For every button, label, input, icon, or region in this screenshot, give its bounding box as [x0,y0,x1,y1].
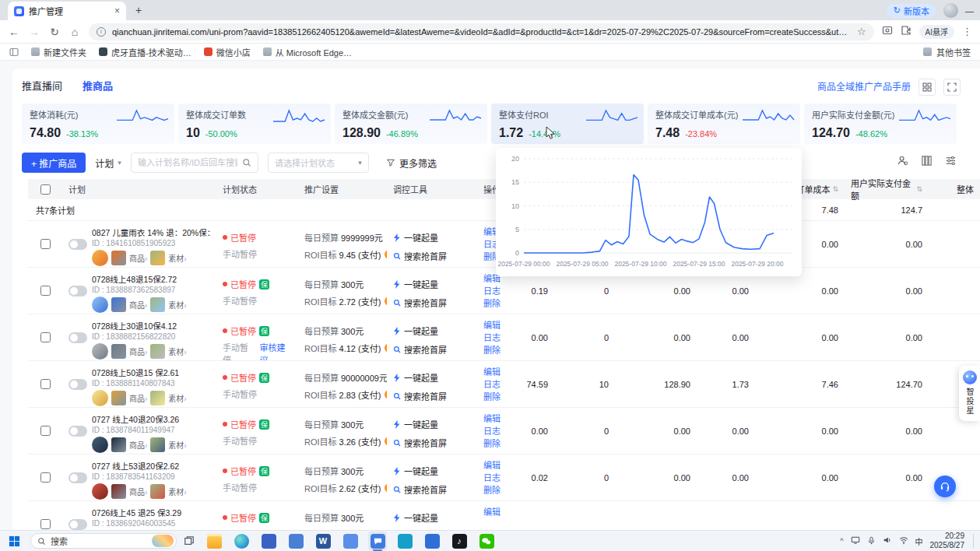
customer-service-button[interactable] [934,476,956,497]
taskbar-app-chat-app[interactable] [368,532,387,550]
plan-toggle[interactable] [68,239,87,250]
task-view-button[interactable] [184,535,195,546]
plan-status-select[interactable]: 请选择计划状态▾ [268,153,369,173]
metric-card[interactable]: 整体成交订单成本(元)7.48-23.84% [648,104,800,144]
action-link[interactable]: 编辑 [483,412,505,425]
action-link[interactable]: 删除 [483,391,505,403]
browser-profile-avatar[interactable] [943,3,958,18]
column-header-label[interactable]: 整体 [957,183,974,195]
plan-toggle[interactable] [68,519,87,530]
plan-toggle[interactable] [68,472,87,483]
action-link[interactable]: 删除 [483,344,505,356]
row-checkbox[interactable] [40,472,51,483]
action-link[interactable]: 日志 [483,472,505,484]
plan-name[interactable]: 0728线上30退10保4.12 [92,320,187,332]
metric-card[interactable]: 整体消耗(元)74.80-38.13% [22,104,174,144]
action-link[interactable]: 编辑 [483,319,505,332]
screenshot-icon[interactable] [882,25,893,38]
action-link[interactable]: 编辑 [483,459,505,472]
forward-icon[interactable]: → [28,26,40,38]
taskbar-search[interactable]: 搜索 [30,533,177,549]
page-tab-products[interactable]: 推商品 [83,78,113,93]
bookmark-item[interactable]: 虎牙直播-技术驱动… [99,46,191,58]
action-link[interactable]: 日志 [483,378,505,391]
plan-name[interactable]: 0727 线上40退20保3.26 [92,413,187,425]
row-checkbox[interactable] [40,426,51,436]
material-link[interactable]: 素材› [168,486,186,497]
add-promotion-button[interactable]: + 推广商品 [22,153,86,173]
sort-icon[interactable]: ⇅ [832,185,838,193]
new-version-pill[interactable]: ↻新版本 [887,4,936,18]
taskbar-app-blue-app-3[interactable] [341,532,360,550]
taskbar-clock[interactable]: 20:29 2025/8/27 [930,532,965,550]
bookmark-star-icon[interactable]: ☆ [857,26,866,37]
hidden-icons-chevron[interactable]: ^ [840,537,843,545]
plan-name[interactable]: 0827 儿童雨衣 14% 退：20%保：9.92 [92,226,210,238]
product-link[interactable]: 商品› [129,252,147,264]
select-all-checkbox[interactable] [40,184,51,195]
tab-close-icon[interactable]: × [114,5,120,16]
volume-icon[interactable] [883,535,892,546]
bookmark-item[interactable]: 新建文件夹 [31,46,86,58]
ime-indicator[interactable]: 中 [915,535,923,547]
new-tab-button[interactable]: + [131,2,146,18]
extensions-puzzle-icon[interactable] [901,25,912,38]
quick-boost-link[interactable]: 一键起量 [393,278,471,290]
layout-grid-icon[interactable] [919,79,936,96]
browser-menu-icon[interactable]: ⋮ [962,26,972,37]
plan-name[interactable]: 0728线上50退15 保2.61 [92,367,187,378]
fullscreen-icon[interactable] [943,79,961,96]
plan-search-box[interactable] [131,153,258,173]
action-link[interactable]: 删除 [483,437,505,450]
url-bar[interactable]: i qianchuan.jinritemai.com/uni-prom?aavi… [89,23,874,40]
plan-name[interactable]: 0727 线上53退20保2.62 [92,460,187,472]
taskbar-app-blue-app-2[interactable] [286,532,305,550]
taskbar-app-teal-app[interactable] [395,532,414,550]
ai-extension-pill[interactable]: AI悬浮 [919,25,954,39]
plan-toggle[interactable] [68,286,87,297]
product-link[interactable]: 商品› [129,439,147,451]
action-link[interactable]: 删除 [483,297,505,310]
quick-boost-link[interactable]: 一键起量 [393,231,471,244]
metric-card[interactable]: 整体成交金额(元)128.90-46.89% [335,104,487,144]
material-link[interactable]: 素材› [168,252,186,264]
row-checkbox[interactable] [40,379,51,389]
action-link[interactable]: 日志 [483,425,505,437]
plan-toggle[interactable] [68,426,87,437]
assistant-widget[interactable]: 智投星 [959,366,980,421]
taskbar-app-word[interactable]: W [314,532,332,550]
plan-type-select[interactable]: 计划▾ [95,156,121,170]
window-minimize-icon[interactable]: — [965,6,974,16]
taskbar-app-blue-app-1[interactable] [259,532,278,550]
more-filters-button[interactable]: 更多筛选 [386,156,437,170]
taskbar-app-blue-app-4[interactable] [423,532,441,550]
quick-boost-link[interactable]: 一键起量 [393,465,471,477]
search-topview-link[interactable]: 搜索抢首屏 [393,343,471,356]
search-topview-link[interactable]: 搜索抢首屏 [393,250,471,262]
site-info-icon[interactable]: i [97,27,106,37]
quick-boost-link[interactable]: 一键起量 [393,371,471,384]
metric-card[interactable]: 用户实际支付金额(元)124.70-48.62% [804,104,957,144]
product-link[interactable]: 商品› [129,486,147,497]
bookmark-item[interactable]: 微信小店 [204,46,251,58]
action-link[interactable]: 编辑 [483,506,505,518]
material-link[interactable]: 素材› [168,299,186,311]
browser-tab[interactable]: 推广管理 × [8,2,126,20]
plan-name[interactable]: 0728线上48退15保2.72 [92,273,187,285]
product-link[interactable]: 商品› [129,299,147,311]
home-icon[interactable]: ⌂ [68,26,81,38]
taskbar-app-douyin[interactable]: ♪ [450,532,469,550]
search-topview-link[interactable]: 搜索抢首屏 [393,437,471,449]
search-topview-link[interactable]: 搜索抢首屏 [393,390,471,402]
url-text[interactable]: qianchuan.jinritemai.com/uni-prom?aavid=… [112,27,851,37]
row-checkbox[interactable] [40,519,51,529]
action-link[interactable]: 删除 [483,484,505,497]
custom-columns-icon[interactable] [921,155,933,169]
search-topview-link[interactable]: 搜索抢首屏 [393,483,471,496]
action-link[interactable]: 日志 [483,285,505,297]
row-checkbox[interactable] [40,286,51,296]
taskbar-app-edge-browser[interactable] [232,532,251,550]
action-link[interactable]: 编辑 [483,366,505,378]
row-checkbox[interactable] [40,332,51,342]
review-suggestion-link[interactable]: 审核建议 [260,341,293,360]
